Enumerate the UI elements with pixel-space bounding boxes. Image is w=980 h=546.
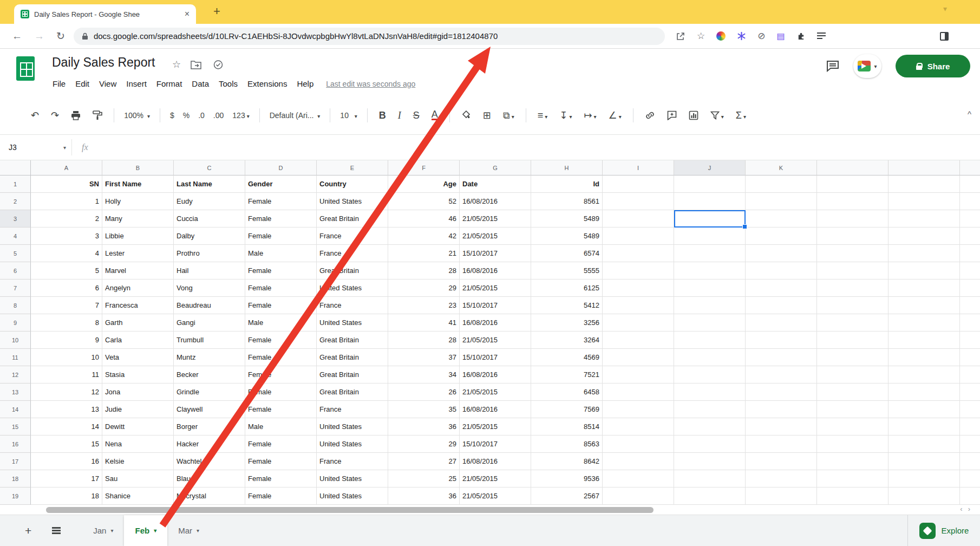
cell-C1[interactable]: Last Name [174, 176, 245, 193]
insert-link-icon[interactable] [645, 110, 655, 120]
cell-G13[interactable]: 21/05/2015 [460, 384, 531, 401]
cell-I19[interactable] [603, 487, 674, 505]
cell-C9[interactable]: Gangi [174, 314, 245, 332]
row-header-12[interactable]: 12 [0, 366, 31, 384]
name-box[interactable]: J3 ▾ [0, 143, 71, 152]
cell-G4[interactable]: 21/05/2015 [460, 227, 531, 245]
cell-D18[interactable]: Female [245, 470, 317, 487]
cell-I10[interactable] [603, 332, 674, 349]
cell-H4[interactable]: 5489 [531, 227, 603, 245]
cell-C4[interactable]: Dalby [174, 227, 245, 245]
insert-chart-icon[interactable] [689, 110, 698, 120]
cell-D3[interactable]: Female [245, 210, 317, 227]
cell-B12[interactable]: Stasia [102, 366, 174, 384]
column-header-blank[interactable] [960, 160, 980, 176]
row-header-9[interactable]: 9 [0, 314, 31, 332]
cell-H19[interactable]: 2567 [531, 487, 603, 505]
menu-tools[interactable]: Tools [214, 77, 243, 90]
cell-F8[interactable]: 23 [388, 297, 460, 314]
cell-F11[interactable]: 37 [388, 349, 460, 366]
cell-J6[interactable] [674, 262, 746, 280]
cell-K1[interactable] [746, 176, 817, 193]
cell-H8[interactable]: 5412 [531, 297, 603, 314]
cell-blank2[interactable] [960, 193, 980, 210]
cell-J9[interactable] [674, 314, 746, 332]
url-bar[interactable]: docs.google.com/spreadsheets/d/10LRv-C1A… [74, 28, 665, 45]
reload-icon[interactable]: ↻ [56, 30, 65, 42]
cell-blank5[interactable] [888, 245, 960, 262]
column-header-A[interactable]: A [31, 160, 102, 176]
cell-B17[interactable]: Kelsie [102, 453, 174, 470]
cell-J19[interactable] [674, 487, 746, 505]
column-header-E[interactable]: E [317, 160, 388, 176]
window-chevron-icon[interactable]: ▾ [943, 4, 947, 13]
cell-K10[interactable] [746, 332, 817, 349]
cell-G6[interactable]: 16/08/2016 [460, 262, 531, 280]
cell-D19[interactable]: Female [245, 487, 317, 505]
cell-E2[interactable]: United States [317, 193, 388, 210]
cell-G7[interactable]: 21/05/2015 [460, 280, 531, 297]
cell-H13[interactable]: 6458 [531, 384, 603, 401]
cell-A5[interactable]: 4 [31, 245, 102, 262]
cell-B1[interactable]: First Name [102, 176, 174, 193]
cell-K12[interactable] [746, 366, 817, 384]
fill-color-icon[interactable] [461, 110, 471, 120]
cell-K5[interactable] [746, 245, 817, 262]
cell-I2[interactable] [603, 193, 674, 210]
cell-H11[interactable]: 4569 [531, 349, 603, 366]
row-header-8[interactable]: 8 [0, 297, 31, 314]
all-sheets-icon[interactable] [52, 527, 61, 534]
undo-icon[interactable]: ↶ [31, 109, 39, 121]
row-header-2[interactable]: 2 [0, 193, 31, 210]
text-color-button[interactable]: A [432, 110, 438, 120]
browser-tab[interactable]: Daily Sales Report - Google Shee × [14, 4, 196, 24]
menu-edit[interactable]: Edit [70, 77, 94, 90]
cell-E9[interactable]: United States [317, 314, 388, 332]
cell-D9[interactable]: Male [245, 314, 317, 332]
cell-D8[interactable]: Female [245, 297, 317, 314]
column-header-blank[interactable] [817, 160, 888, 176]
cell-I15[interactable] [603, 418, 674, 435]
cell-blank12[interactable] [817, 366, 888, 384]
cell-J11[interactable] [674, 349, 746, 366]
decrease-decimals-button[interactable]: .0 [198, 111, 205, 120]
cell-K19[interactable] [746, 487, 817, 505]
cell-K13[interactable] [746, 384, 817, 401]
cell-blank7[interactable] [888, 280, 960, 297]
cell-G19[interactable]: 21/05/2015 [460, 487, 531, 505]
column-header-blank[interactable] [888, 160, 960, 176]
back-icon[interactable]: ← [12, 30, 22, 42]
extension-pinwheel-icon[interactable] [716, 31, 726, 41]
cell-H7[interactable]: 6125 [531, 280, 603, 297]
cell-F1[interactable]: Age [388, 176, 460, 193]
horizontal-align-button[interactable]: ≡▾ [538, 110, 548, 121]
cell-C3[interactable]: Cuccia [174, 210, 245, 227]
cell-C18[interactable]: Blau [174, 470, 245, 487]
menu-data[interactable]: Data [187, 77, 214, 90]
cell-blank4[interactable] [888, 227, 960, 245]
cell-A2[interactable]: 1 [31, 193, 102, 210]
cell-E4[interactable]: France [317, 227, 388, 245]
last-edit-status[interactable]: Last edit was seconds ago [326, 80, 415, 88]
row-header-4[interactable]: 4 [0, 227, 31, 245]
menu-extensions[interactable]: Extensions [243, 77, 292, 90]
document-status-cloud-icon[interactable] [212, 60, 224, 69]
row-header-3[interactable]: 3 [0, 210, 31, 227]
cell-G10[interactable]: 21/05/2015 [460, 332, 531, 349]
cell-C2[interactable]: Eudy [174, 193, 245, 210]
cell-B11[interactable]: Veta [102, 349, 174, 366]
new-tab-button[interactable]: + [213, 4, 220, 18]
cell-blank1[interactable] [817, 176, 888, 193]
menu-file[interactable]: File [48, 77, 70, 90]
cell-C7[interactable]: Vong [174, 280, 245, 297]
menu-view[interactable]: View [94, 77, 121, 90]
cell-blank7[interactable] [817, 280, 888, 297]
cell-F12[interactable]: 34 [388, 366, 460, 384]
text-wrap-button[interactable]: ↦▾ [584, 109, 596, 121]
cell-A4[interactable]: 3 [31, 227, 102, 245]
functions-button[interactable]: Σ▾ [736, 110, 746, 121]
star-document-icon[interactable]: ☆ [172, 58, 181, 70]
sheet-tab-mar[interactable]: Mar▾ [167, 515, 210, 546]
cell-B2[interactable]: Holly [102, 193, 174, 210]
column-header-B[interactable]: B [102, 160, 174, 176]
